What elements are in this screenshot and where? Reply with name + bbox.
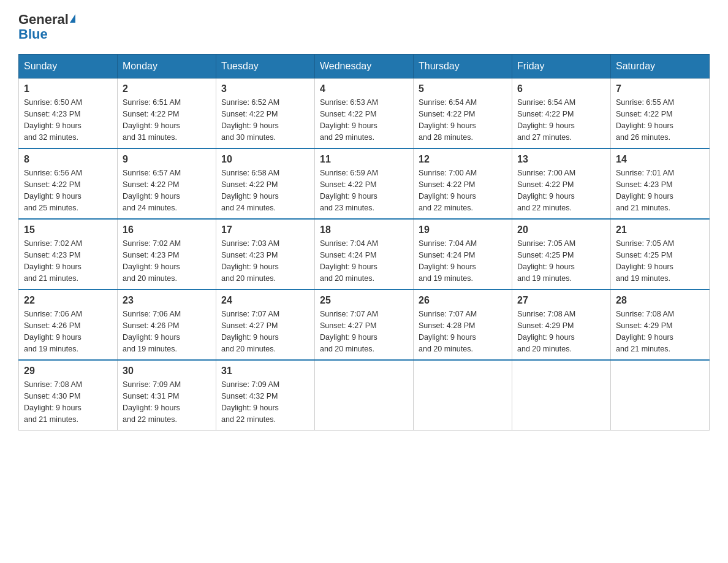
day-number: 16 (123, 224, 211, 236)
day-info: Sunrise: 7:02 AMSunset: 4:23 PMDaylight:… (123, 239, 181, 282)
day-info: Sunrise: 7:08 AMSunset: 4:29 PMDaylight:… (616, 310, 674, 353)
day-info: Sunrise: 6:55 AMSunset: 4:22 PMDaylight:… (616, 98, 674, 141)
logo-general: General (18, 12, 69, 27)
day-number: 18 (320, 224, 408, 236)
calendar-cell: 6 Sunrise: 6:54 AMSunset: 4:22 PMDayligh… (512, 79, 611, 149)
day-info: Sunrise: 6:58 AMSunset: 4:22 PMDaylight:… (221, 169, 279, 212)
logo: General Blue (18, 12, 75, 42)
calendar-week-row: 1 Sunrise: 6:50 AMSunset: 4:23 PMDayligh… (19, 79, 710, 149)
day-number: 21 (616, 224, 704, 236)
calendar-cell: 3 Sunrise: 6:52 AMSunset: 4:22 PMDayligh… (216, 79, 315, 149)
day-info: Sunrise: 7:07 AMSunset: 4:27 PMDaylight:… (320, 310, 378, 353)
calendar-cell: 22 Sunrise: 7:06 AMSunset: 4:26 PMDaylig… (19, 289, 118, 360)
day-info: Sunrise: 7:07 AMSunset: 4:28 PMDaylight:… (419, 310, 477, 353)
calendar-cell: 31 Sunrise: 7:09 AMSunset: 4:32 PMDaylig… (216, 360, 315, 431)
day-info: Sunrise: 7:07 AMSunset: 4:27 PMDaylight:… (221, 310, 279, 353)
calendar-cell: 9 Sunrise: 6:57 AMSunset: 4:22 PMDayligh… (118, 148, 216, 219)
day-number: 1 (24, 83, 112, 94)
calendar-cell: 21 Sunrise: 7:05 AMSunset: 4:25 PMDaylig… (611, 219, 710, 289)
day-info: Sunrise: 6:59 AMSunset: 4:22 PMDaylight:… (320, 169, 378, 212)
day-number: 12 (419, 154, 507, 165)
day-info: Sunrise: 7:08 AMSunset: 4:29 PMDaylight:… (517, 310, 575, 353)
day-number: 8 (24, 154, 112, 165)
day-info: Sunrise: 6:53 AMSunset: 4:22 PMDaylight:… (320, 98, 378, 141)
day-info: Sunrise: 7:05 AMSunset: 4:25 PMDaylight:… (616, 239, 674, 282)
day-info: Sunrise: 6:57 AMSunset: 4:22 PMDaylight:… (123, 169, 181, 212)
weekday-header-monday: Monday (118, 55, 216, 79)
calendar-table: SundayMondayTuesdayWednesdayThursdayFrid… (18, 54, 710, 431)
day-info: Sunrise: 7:00 AMSunset: 4:22 PMDaylight:… (419, 169, 477, 212)
weekday-header-tuesday: Tuesday (216, 55, 315, 79)
day-number: 19 (419, 224, 507, 236)
day-info: Sunrise: 6:54 AMSunset: 4:22 PMDaylight:… (517, 98, 575, 141)
day-number: 4 (320, 83, 408, 94)
day-number: 22 (24, 295, 112, 306)
day-number: 3 (221, 83, 309, 94)
day-info: Sunrise: 6:54 AMSunset: 4:22 PMDaylight:… (419, 98, 477, 141)
day-number: 2 (123, 83, 211, 94)
calendar-cell: 26 Sunrise: 7:07 AMSunset: 4:28 PMDaylig… (414, 289, 512, 360)
day-info: Sunrise: 7:09 AMSunset: 4:31 PMDaylight:… (123, 380, 181, 423)
calendar-cell: 4 Sunrise: 6:53 AMSunset: 4:22 PMDayligh… (315, 79, 414, 149)
day-info: Sunrise: 6:56 AMSunset: 4:22 PMDaylight:… (24, 169, 82, 212)
day-number: 6 (517, 83, 605, 94)
calendar-cell: 15 Sunrise: 7:02 AMSunset: 4:23 PMDaylig… (19, 219, 118, 289)
calendar-cell: 2 Sunrise: 6:51 AMSunset: 4:22 PMDayligh… (118, 79, 216, 149)
day-info: Sunrise: 6:51 AMSunset: 4:22 PMDaylight:… (123, 98, 181, 141)
day-info: Sunrise: 7:01 AMSunset: 4:23 PMDaylight:… (616, 169, 674, 212)
calendar-cell (611, 360, 710, 431)
logo-triangle-icon (70, 14, 75, 23)
day-info: Sunrise: 7:04 AMSunset: 4:24 PMDaylight:… (419, 239, 477, 282)
calendar-cell: 27 Sunrise: 7:08 AMSunset: 4:29 PMDaylig… (512, 289, 611, 360)
day-number: 13 (517, 154, 605, 165)
calendar-cell (512, 360, 611, 431)
calendar-week-row: 22 Sunrise: 7:06 AMSunset: 4:26 PMDaylig… (19, 289, 710, 360)
calendar-week-row: 8 Sunrise: 6:56 AMSunset: 4:22 PMDayligh… (19, 148, 710, 219)
day-number: 29 (24, 366, 112, 377)
calendar-cell: 11 Sunrise: 6:59 AMSunset: 4:22 PMDaylig… (315, 148, 414, 219)
calendar-cell: 24 Sunrise: 7:07 AMSunset: 4:27 PMDaylig… (216, 289, 315, 360)
day-info: Sunrise: 7:02 AMSunset: 4:23 PMDaylight:… (24, 239, 82, 282)
calendar-cell (315, 360, 414, 431)
day-number: 30 (123, 366, 211, 377)
calendar-cell: 29 Sunrise: 7:08 AMSunset: 4:30 PMDaylig… (19, 360, 118, 431)
calendar-cell: 5 Sunrise: 6:54 AMSunset: 4:22 PMDayligh… (414, 79, 512, 149)
weekday-header-wednesday: Wednesday (315, 55, 414, 79)
day-number: 20 (517, 224, 605, 236)
day-info: Sunrise: 7:06 AMSunset: 4:26 PMDaylight:… (24, 310, 82, 353)
day-info: Sunrise: 7:08 AMSunset: 4:30 PMDaylight:… (24, 380, 82, 423)
weekday-header-row: SundayMondayTuesdayWednesdayThursdayFrid… (19, 55, 710, 79)
logo-text-block: General Blue (18, 12, 75, 42)
calendar-cell: 17 Sunrise: 7:03 AMSunset: 4:23 PMDaylig… (216, 219, 315, 289)
calendar-cell: 12 Sunrise: 7:00 AMSunset: 4:22 PMDaylig… (414, 148, 512, 219)
day-info: Sunrise: 6:50 AMSunset: 4:23 PMDaylight:… (24, 98, 82, 141)
calendar-cell: 18 Sunrise: 7:04 AMSunset: 4:24 PMDaylig… (315, 219, 414, 289)
weekday-header-thursday: Thursday (414, 55, 512, 79)
weekday-header-sunday: Sunday (19, 55, 118, 79)
day-info: Sunrise: 7:06 AMSunset: 4:26 PMDaylight:… (123, 310, 181, 353)
calendar-cell: 13 Sunrise: 7:00 AMSunset: 4:22 PMDaylig… (512, 148, 611, 219)
day-info: Sunrise: 7:04 AMSunset: 4:24 PMDaylight:… (320, 239, 378, 282)
day-number: 17 (221, 224, 309, 236)
calendar-cell: 28 Sunrise: 7:08 AMSunset: 4:29 PMDaylig… (611, 289, 710, 360)
logo-blue: Blue (18, 26, 48, 42)
weekday-header-saturday: Saturday (611, 55, 710, 79)
day-number: 10 (221, 154, 309, 165)
calendar-cell: 23 Sunrise: 7:06 AMSunset: 4:26 PMDaylig… (118, 289, 216, 360)
day-info: Sunrise: 7:05 AMSunset: 4:25 PMDaylight:… (517, 239, 575, 282)
calendar-cell: 30 Sunrise: 7:09 AMSunset: 4:31 PMDaylig… (118, 360, 216, 431)
calendar-cell: 10 Sunrise: 6:58 AMSunset: 4:22 PMDaylig… (216, 148, 315, 219)
day-number: 15 (24, 224, 112, 236)
weekday-header-friday: Friday (512, 55, 611, 79)
calendar-week-row: 15 Sunrise: 7:02 AMSunset: 4:23 PMDaylig… (19, 219, 710, 289)
calendar-cell: 16 Sunrise: 7:02 AMSunset: 4:23 PMDaylig… (118, 219, 216, 289)
day-number: 23 (123, 295, 211, 306)
day-number: 5 (419, 83, 507, 94)
day-info: Sunrise: 7:09 AMSunset: 4:32 PMDaylight:… (221, 380, 279, 423)
calendar-cell: 19 Sunrise: 7:04 AMSunset: 4:24 PMDaylig… (414, 219, 512, 289)
page-header: General Blue (18, 12, 710, 42)
day-number: 14 (616, 154, 704, 165)
calendar-cell: 25 Sunrise: 7:07 AMSunset: 4:27 PMDaylig… (315, 289, 414, 360)
calendar-cell: 7 Sunrise: 6:55 AMSunset: 4:22 PMDayligh… (611, 79, 710, 149)
day-info: Sunrise: 7:03 AMSunset: 4:23 PMDaylight:… (221, 239, 279, 282)
